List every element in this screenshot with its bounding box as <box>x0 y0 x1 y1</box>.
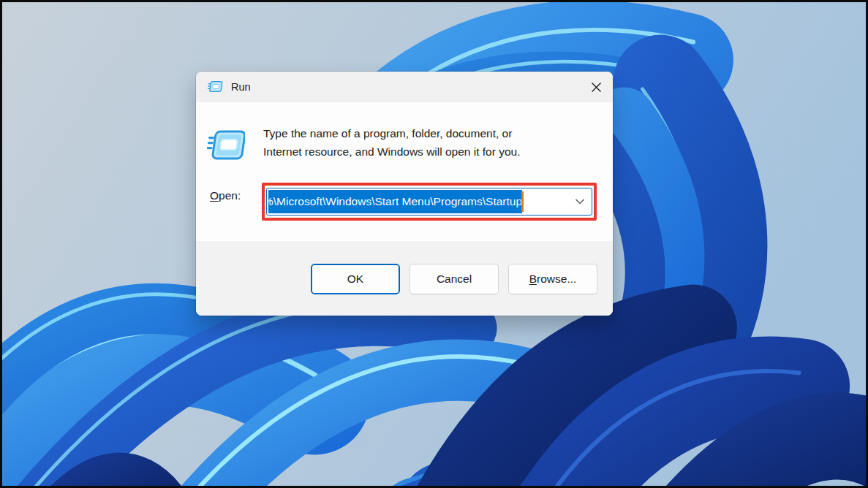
dialog-description: Type the name of a program, folder, docu… <box>263 124 592 161</box>
chevron-down-icon[interactable] <box>575 199 585 205</box>
run-dialog: Run Type the name of a pro <box>196 72 613 316</box>
dialog-body <box>196 102 613 241</box>
close-icon <box>591 82 602 93</box>
browse-button[interactable]: Browse... <box>508 264 597 294</box>
description-line-2: Internet resource, and Windows will open… <box>263 142 592 161</box>
ok-button[interactable]: OK <box>311 264 400 294</box>
desktop-screen: Run Type the name of a pro <box>0 0 868 488</box>
open-combobox[interactable]: %\Microsoft\Windows\Start Menu\Programs\… <box>266 188 592 216</box>
titlebar[interactable]: Run <box>196 72 613 102</box>
run-icon-large <box>207 129 245 164</box>
text-caret <box>521 191 524 212</box>
description-line-1: Type the name of a program, folder, docu… <box>263 124 592 142</box>
cancel-button[interactable]: Cancel <box>410 264 499 294</box>
field-selected-text: %\Microsoft\Windows\Start Menu\Programs\… <box>268 190 522 213</box>
open-label: Open: <box>210 189 241 202</box>
window-title: Run <box>231 81 251 93</box>
run-icon <box>208 80 223 94</box>
field-text-clip: %\Microsoft\Windows\Start Menu\Programs\… <box>268 190 567 213</box>
close-button[interactable] <box>579 72 613 102</box>
